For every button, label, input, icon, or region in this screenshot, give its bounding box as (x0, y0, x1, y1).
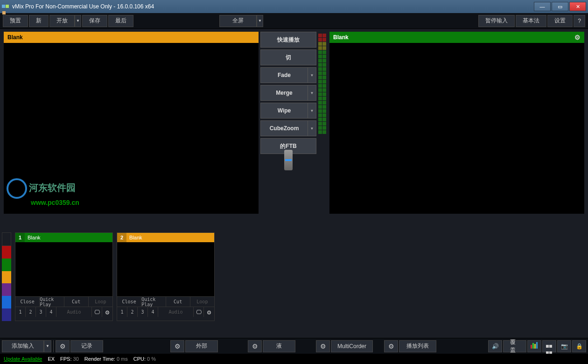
preset-button[interactable]: 预置 (3, 15, 28, 27)
input-2-overlay-3[interactable]: 3 (138, 307, 148, 317)
basic-button[interactable]: 基本法 (516, 15, 546, 27)
input-1-monitor-icon[interactable] (92, 307, 102, 317)
save-button[interactable]: 保存 (82, 15, 107, 27)
program-panel: Blank (329, 32, 584, 214)
maximize-button[interactable]: ▭ (552, 2, 568, 11)
main-area: Blank 河东软件园 www.pc0359.cn 快速播放 切 Fade▼ M… (0, 29, 588, 214)
input-1-overlay-2[interactable]: 2 (26, 307, 36, 317)
fade-dropdown[interactable]: ▼ (308, 67, 316, 83)
input-1-loop[interactable]: Loop (89, 297, 112, 307)
input-tile-2: 2 Blank Close Quick Play Cut Loop 1 2 3 … (117, 232, 215, 321)
input-1-overlay-4[interactable]: 4 (46, 307, 56, 317)
input-2-monitor-icon[interactable] (194, 307, 204, 317)
input-2-header[interactable]: 2 Blank (117, 233, 214, 242)
input-1-overlay-3[interactable]: 3 (36, 307, 46, 317)
wipe-dropdown[interactable]: ▼ (308, 103, 316, 119)
app-icon (2, 3, 9, 10)
pause-input-button[interactable]: 暂停输入 (478, 15, 515, 27)
watermark: 河东软件园 www.pc0359.cn (7, 178, 79, 206)
wipe-button[interactable]: Wipe (260, 103, 308, 119)
fullscreen-dropdown[interactable]: ▼ (257, 15, 263, 27)
preview-video[interactable]: 河东软件园 www.pc0359.cn (4, 43, 259, 214)
main-toolbar: 预置 新 开放 ▼ 保存 最后 全屏 ▼ 暂停输入 基本法 设置 ? (0, 13, 588, 29)
add-input-dropdown[interactable]: ▼ (44, 340, 51, 352)
record-settings-icon[interactable] (56, 340, 70, 352)
snapshot-icon[interactable] (557, 340, 571, 352)
vu-meter (318, 32, 328, 214)
input-2-settings-icon[interactable] (204, 307, 214, 317)
program-settings-icon[interactable] (574, 34, 581, 41)
overlay-button[interactable]: 覆盖 (503, 340, 526, 352)
input-1-header[interactable]: 1 Blank (15, 233, 112, 242)
input-1-close[interactable]: Close (15, 297, 40, 307)
new-button[interactable]: 新 (29, 15, 49, 27)
cut-button[interactable]: 切 (260, 49, 316, 65)
preview-header: Blank (4, 32, 259, 43)
cubezoom-dropdown[interactable]: ▼ (308, 120, 316, 136)
fullscreen-button[interactable]: 全屏 (219, 15, 257, 27)
fade-button[interactable]: Fade (260, 67, 308, 83)
record-button[interactable]: 记录 (70, 340, 103, 352)
stream-button[interactable]: 液 (263, 340, 295, 352)
input-2-overlay-2[interactable]: 2 (127, 307, 138, 317)
cubezoom-button[interactable]: CubeZoom (260, 120, 308, 136)
preview-panel: Blank 河东软件园 www.pc0359.cn (4, 32, 259, 214)
input-1-settings-icon[interactable] (102, 307, 112, 317)
multicorder-settings-icon[interactable] (316, 340, 330, 352)
update-link[interactable]: Update Available (4, 356, 42, 362)
audio-icon[interactable] (488, 340, 502, 352)
open-dropdown[interactable]: ▼ (75, 15, 81, 27)
input-2-video[interactable] (117, 242, 214, 296)
color-categories[interactable] (2, 232, 11, 321)
help-button[interactable]: ? (574, 15, 585, 27)
input-2-cut[interactable]: Cut (166, 297, 190, 307)
transition-column: 快速播放 切 Fade▼ Merge▼ Wipe▼ CubeZoom▼ 的FTB (260, 32, 316, 214)
last-button[interactable]: 最后 (108, 15, 133, 27)
input-2-overlay-4[interactable]: 4 (148, 307, 158, 317)
quickplay-button[interactable]: 快速播放 (260, 32, 316, 48)
program-video[interactable] (329, 43, 584, 214)
input-2-close[interactable]: Close (117, 297, 141, 307)
input-1-video[interactable] (15, 242, 112, 296)
input-1-quickplay[interactable]: Quick Play (40, 297, 64, 307)
input-2-quickplay[interactable]: Quick Play (141, 297, 166, 307)
input-2-overlay-1[interactable]: 1 (117, 307, 127, 317)
program-label: Blank (333, 34, 349, 41)
input-1-audio[interactable]: Audio (56, 307, 92, 317)
preview-label: Blank (7, 34, 23, 41)
external-button[interactable]: 外部 (185, 340, 218, 352)
playlist-settings-icon[interactable] (384, 340, 398, 352)
input-2-loop[interactable]: Loop (190, 297, 214, 307)
status-bar: Update Available EX FPS: 30 Render Time:… (0, 354, 588, 364)
minimize-button[interactable]: — (534, 2, 551, 11)
playlist-button[interactable]: 播放列表 (399, 340, 436, 352)
stream-settings-icon[interactable] (248, 340, 262, 352)
bars-icon[interactable] (527, 340, 541, 352)
inputs-area: 1 Blank Close Quick Play Cut Loop 1 2 3 … (0, 214, 588, 321)
input-1-cut[interactable]: Cut (64, 297, 89, 307)
window-title: vMix Pro For Non-Commercial Use Only - 1… (12, 3, 534, 10)
input-1-overlay-1[interactable]: 1 (15, 307, 26, 317)
merge-dropdown[interactable]: ▼ (308, 85, 316, 101)
close-button[interactable]: ✕ (569, 2, 586, 11)
settings-button[interactable]: 设置 (547, 15, 573, 27)
multicorder-button[interactable]: MultiCorder (331, 340, 373, 352)
bottom-toolbar: 添加输入 ▼ 记录 外部 液 MultiCorder 播放列表 覆盖 (0, 338, 588, 354)
external-settings-icon[interactable] (170, 340, 184, 352)
status-ex: EX (48, 356, 55, 362)
add-input-button[interactable]: 添加输入 (2, 340, 44, 352)
lock-icon[interactable] (572, 340, 586, 352)
input-2-audio[interactable]: Audio (158, 307, 194, 317)
multiview-icon[interactable] (542, 340, 556, 352)
window-titlebar: vMix Pro For Non-Commercial Use Only - 1… (0, 0, 588, 13)
merge-button[interactable]: Merge (260, 85, 308, 101)
open-button[interactable]: 开放 (49, 15, 75, 27)
tbar-slider[interactable] (260, 160, 316, 186)
input-tile-1: 1 Blank Close Quick Play Cut Loop 1 2 3 … (15, 232, 113, 321)
program-header: Blank (329, 32, 584, 43)
